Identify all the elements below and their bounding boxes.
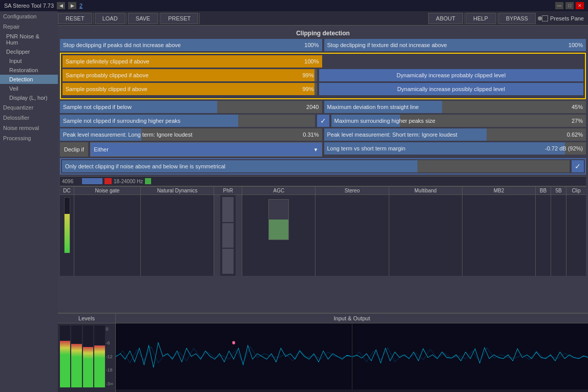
main-layout: Configuration Repair PNR Noise & Hum Dec… xyxy=(0,11,588,392)
sidebar: Configuration Repair PNR Noise & Hum Dec… xyxy=(0,11,58,392)
levels-content: 0 -6 -12 -18 -3∞ xyxy=(58,323,115,389)
peak-level-long-value: 0.31% xyxy=(300,132,322,138)
preset-button[interactable]: PRESET xyxy=(160,13,198,24)
viz-phr-header: PhR xyxy=(214,187,242,195)
not-clipped-below-value: 2040 xyxy=(303,104,322,110)
viz-panel-5b: 5B xyxy=(551,187,566,276)
stop-declip-peaks-slider[interactable]: Stop declipping if peaks did not increas… xyxy=(60,39,322,51)
svg-point-1 xyxy=(232,341,235,344)
surrounding-peaks-check[interactable]: ✓ xyxy=(317,115,329,127)
level-bar-1 xyxy=(60,325,70,387)
levels-title: Levels xyxy=(58,314,115,323)
reset-button[interactable]: RESET xyxy=(58,13,92,24)
bottom-section: Levels 0 -6 xyxy=(58,313,588,392)
not-clipped-below-label: Sample not clipped if below xyxy=(60,104,135,110)
dynamically-possibly-btn[interactable]: Dynamically increase possibly clipped le… xyxy=(319,83,584,95)
surrounding-peaks-slider[interactable]: Sample not clipped if surrounding higher… xyxy=(60,115,315,127)
definitely-clipped-slider[interactable]: Sample definitely clipped if above 100% xyxy=(62,55,322,68)
freq-num: 4096 xyxy=(62,179,80,184)
freq-label: 18-24000 Hz xyxy=(114,179,143,184)
viz-bb-body xyxy=(536,195,551,276)
viz-dc-header: DC xyxy=(60,187,74,195)
stop-declip-peaks-label: Stop declipping if peaks did not increas… xyxy=(60,42,184,48)
viz-panel-stereo: Stereo xyxy=(316,187,389,276)
level-bar-2 xyxy=(71,325,81,387)
viz-bb-header: BB xyxy=(536,187,551,195)
not-clipped-below-row: Sample not clipped if below 2040 Maximum… xyxy=(60,101,586,113)
viz-panel-bb: BB xyxy=(536,187,551,276)
peak-level-short-slider[interactable]: Peak level measurement: Short term: Igno… xyxy=(324,128,586,141)
level-scale-mid1: -6 xyxy=(106,340,113,345)
freq-indicator xyxy=(145,178,151,184)
max-surrounding-size-slider[interactable]: Maximum surrounding higher peaks size 27… xyxy=(331,115,586,127)
viz-natural-dynamics-body xyxy=(141,195,214,276)
level-fill-1 xyxy=(60,341,70,387)
declip-if-label: Declip if xyxy=(60,142,88,157)
nav-fwd-btn[interactable]: ▶ xyxy=(68,2,76,9)
probably-clipped-value: 99% xyxy=(299,72,317,78)
sidebar-item-repair[interactable]: Repair xyxy=(0,21,58,32)
possibly-clipped-value: 99% xyxy=(299,86,317,92)
load-button[interactable]: LOAD xyxy=(95,13,125,24)
declip-if-dropdown[interactable]: Either ▼ xyxy=(90,142,322,157)
viz-5b-body xyxy=(551,195,566,276)
level-bar-4 xyxy=(94,325,104,387)
presets-pane-checkbox[interactable] xyxy=(542,15,548,21)
minimize-btn[interactable]: — xyxy=(555,2,563,9)
waveform-right xyxy=(352,323,589,389)
content-area: RESET LOAD SAVE PRESET ABOUT HELP BYPASS… xyxy=(58,11,588,392)
margin-slider[interactable]: Long term vs short term margin -0.72 dB … xyxy=(324,142,586,155)
nav-back-btn[interactable]: ◀ xyxy=(57,2,65,9)
toolbar-sep-3 xyxy=(159,13,159,24)
max-deviation-value: 45% xyxy=(569,104,586,110)
stop-declip-texture-slider[interactable]: Stop declipping if texture did not incre… xyxy=(324,39,586,51)
panel-title: Clipping detection xyxy=(60,28,586,39)
sidebar-item-restoration[interactable]: Restoration xyxy=(0,66,58,75)
possibly-clipped-label: Sample possibly clipped if above xyxy=(62,86,151,92)
sidebar-item-configuration[interactable]: Configuration xyxy=(0,11,58,21)
viz-panel-multiband: Multiband xyxy=(389,187,463,276)
viz-5b-header: 5B xyxy=(551,187,566,195)
not-clipped-below-slider[interactable]: Sample not clipped if below 2040 xyxy=(60,101,322,113)
sidebar-item-declipper[interactable]: Declipper xyxy=(0,47,58,56)
io-panel: Input & Output xyxy=(116,314,588,392)
possibly-clipped-slider[interactable]: Sample possibly clipped if above 99% xyxy=(62,83,317,95)
margin-value: -0.72 dB (92%) xyxy=(542,145,586,151)
viz-mb2-body xyxy=(463,195,535,276)
viz-panel-natural-dynamics: Natural Dynamics xyxy=(141,187,214,276)
bypass-button[interactable]: BYPASS xyxy=(498,13,536,24)
probably-clipped-label: Sample probably clipped if above xyxy=(62,72,152,78)
sidebar-item-detection[interactable]: Detection xyxy=(0,75,58,84)
sidebar-item-display[interactable]: Display (L, hor) xyxy=(0,93,58,102)
io-title: Input & Output xyxy=(116,314,588,323)
waveform-left xyxy=(116,323,352,389)
sidebar-item-input[interactable]: Input xyxy=(0,56,58,66)
close-btn[interactable]: ✕ xyxy=(576,2,584,9)
presets-pane-label: Presets Pane xyxy=(550,15,584,21)
peak-level-long-slider[interactable]: Peak level measurement: Long term: Ignor… xyxy=(60,128,322,141)
dynamically-probably-btn[interactable]: Dynamically increase probably clipped le… xyxy=(319,69,584,81)
viz-panel-noise-gate: Noise gate xyxy=(74,187,141,276)
freq-bar-blue[interactable] xyxy=(82,178,102,184)
sidebar-item-dequantizer[interactable]: Dequantizer xyxy=(0,102,58,113)
toolbar: RESET LOAD SAVE PRESET ABOUT HELP BYPASS… xyxy=(58,11,588,26)
sidebar-item-pnr[interactable]: PNR Noise & Hum xyxy=(0,32,58,47)
sidebar-item-delossifier[interactable]: Delossifier xyxy=(0,113,58,123)
maximize-btn[interactable]: □ xyxy=(565,2,574,9)
waveform-right-svg xyxy=(352,323,589,389)
sidebar-item-noise-removal[interactable]: Noise removal xyxy=(0,123,58,133)
declip-if-value: Either xyxy=(94,146,109,153)
help-button[interactable]: HELP xyxy=(466,13,496,24)
symmetry-slider[interactable]: Only detect clipping if noise above and … xyxy=(62,160,570,172)
max-deviation-slider[interactable]: Maximum deviation from straight line 45% xyxy=(324,101,586,113)
app-title: SA Stereo Tool 7.73 xyxy=(4,3,54,9)
about-button[interactable]: ABOUT xyxy=(428,13,463,24)
sidebar-item-processing[interactable]: Processing xyxy=(0,133,58,143)
max-deviation-label: Maximum deviation from straight line xyxy=(324,104,422,110)
save-button[interactable]: SAVE xyxy=(128,13,158,24)
sidebar-item-veil[interactable]: Veil xyxy=(0,84,58,93)
probably-clipped-slider[interactable]: Sample probably clipped if above 99% xyxy=(62,69,317,81)
definitely-clipped-row: Sample definitely clipped if above 100% xyxy=(62,55,583,68)
symmetry-check[interactable]: ✓ xyxy=(572,160,584,172)
dc-meter-fill xyxy=(65,214,70,253)
